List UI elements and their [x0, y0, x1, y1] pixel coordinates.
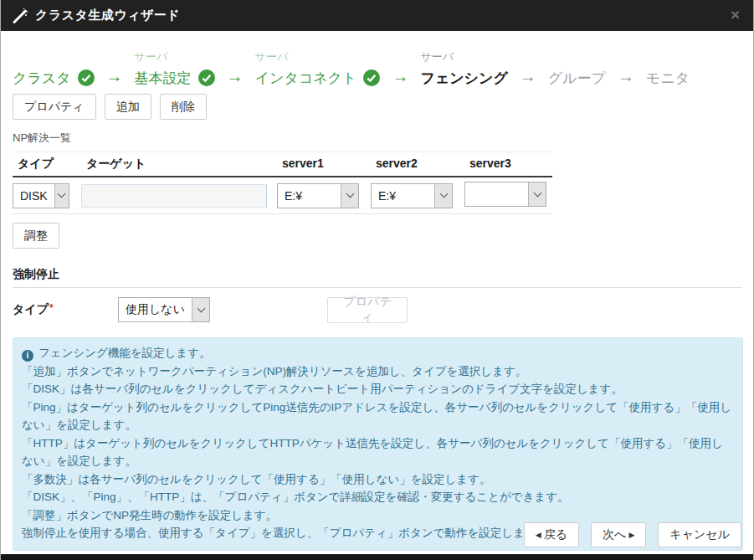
step-label: クラスタ: [13, 69, 71, 88]
step-monitor[interactable]: モニタ: [646, 49, 690, 90]
forced-stop-type-label: タイプ*: [13, 302, 118, 317]
step-arrow-icon: →: [227, 65, 244, 87]
step-label: グループ: [548, 69, 606, 88]
chevron-down-icon: [528, 182, 546, 206]
footer: ◀ 戻る 次へ ▶ キャンセル: [524, 522, 741, 547]
server2-select-value: E:¥: [372, 184, 434, 208]
col-header-target: ターゲット: [81, 152, 277, 176]
step-interconnect[interactable]: サーバ インタコネクト: [255, 49, 381, 90]
back-button-label: 戻る: [544, 527, 567, 542]
col-header-server2: server2: [371, 152, 464, 176]
server3-select-value: [465, 182, 528, 206]
step-fencing[interactable]: サーバ フェンシング: [420, 49, 507, 90]
type-select[interactable]: DISK: [13, 183, 69, 208]
forced-stop-type-select[interactable]: 使用しない: [118, 297, 210, 322]
np-table: タイプ ターゲット server1 server2 server3 DISK: [13, 152, 552, 214]
type-label-text: タイプ: [13, 302, 49, 316]
window-title: クラスタ生成ウィザード: [35, 8, 180, 23]
next-button-label: 次へ: [603, 527, 626, 542]
step-label: インタコネクト: [255, 69, 357, 88]
step-check-icon: [78, 69, 95, 86]
col-header-server3: server3: [464, 152, 552, 176]
chevron-down-icon: [54, 184, 69, 208]
chevron-down-icon: [341, 184, 358, 208]
close-icon[interactable]: ×: [731, 7, 740, 23]
next-button[interactable]: 次へ ▶: [591, 522, 646, 547]
step-check-icon: [363, 69, 380, 86]
info-line: 「調整」ボタンでNP発生時の動作を設定します。: [22, 506, 734, 525]
chevron-down-icon: [434, 184, 452, 208]
tune-button[interactable]: 調整: [13, 223, 59, 249]
chevron-down-icon: [192, 298, 209, 321]
step-sublabel: サーバ: [255, 49, 381, 66]
magic-wand-icon: [13, 8, 28, 23]
step-cluster[interactable]: クラスタ: [13, 49, 95, 90]
back-arrow-icon: ◀: [536, 532, 541, 539]
window-bottom-edge: [1, 554, 753, 560]
col-header-type: タイプ: [13, 152, 81, 176]
np-table-row: DISK E:¥ E:¥: [13, 177, 552, 214]
step-label: 基本設定: [135, 69, 192, 88]
target-input[interactable]: [81, 184, 267, 208]
required-mark: *: [49, 302, 54, 314]
server2-select[interactable]: E:¥: [371, 183, 453, 208]
step-basic-settings[interactable]: サーバ 基本設定: [135, 49, 215, 90]
step-label: フェンシング: [420, 69, 507, 88]
info-icon: i: [22, 350, 33, 362]
next-arrow-icon: ▶: [628, 532, 634, 539]
step-arrow-icon: →: [106, 65, 123, 87]
step-arrow-icon: →: [520, 65, 536, 87]
server3-select[interactable]: [464, 182, 546, 207]
server1-select-value: E:¥: [278, 184, 341, 208]
info-box: iフェンシング機能を設定します。 「追加」ボタンでネットワークパーティション(N…: [13, 337, 743, 551]
np-table-header: タイプ ターゲット server1 server2 server3: [13, 152, 552, 177]
info-line: 「Ping」はターゲット列のセルをクリックしてPing送信先のIPアドレスを設定…: [22, 398, 734, 434]
step-label: モニタ: [646, 69, 690, 88]
info-line: iフェンシング機能を設定します。: [22, 344, 734, 362]
cancel-button[interactable]: キャンセル: [658, 522, 741, 547]
info-line-text: フェンシング機能を設定します。: [38, 347, 211, 359]
section-divider: [13, 287, 741, 288]
col-header-server1: server1: [277, 152, 371, 176]
step-sublabel: サーバ: [135, 49, 215, 66]
step-sublabel: [548, 49, 606, 66]
content: クラスタ → サーバ 基本設定 →: [1, 41, 753, 551]
wizard-steps: クラスタ → サーバ 基本設定 →: [13, 41, 741, 90]
back-button[interactable]: ◀ 戻る: [524, 522, 579, 547]
step-sublabel: [646, 49, 690, 66]
info-line: 「HTTP」はターゲット列のセルをクリックしてHTTPパケット送信先を設定し、各…: [22, 434, 734, 470]
np-list-caption: NP解決一覧: [13, 131, 741, 146]
step-sublabel: [13, 49, 95, 66]
step-arrow-icon: →: [392, 65, 408, 87]
remove-button[interactable]: 削除: [160, 94, 207, 120]
forced-stop-type-row: タイプ* 使用しない プロパティ: [13, 295, 741, 324]
np-toolbar: プロパティ 追加 削除: [13, 94, 741, 120]
step-sublabel: サーバ: [420, 49, 507, 66]
forced-stop-property-button[interactable]: プロパティ: [327, 297, 408, 323]
type-select-value: DISK: [13, 184, 54, 208]
titlebar: クラスタ生成ウィザード ×: [1, 0, 753, 31]
forced-stop-type-value: 使用しない: [119, 298, 192, 321]
info-line: 「DISK」、「Ping」、「HTTP」は、「プロパティ」ボタンで詳細設定を確認…: [22, 488, 734, 506]
step-arrow-icon: →: [618, 65, 634, 87]
property-button[interactable]: プロパティ: [13, 94, 96, 120]
add-button[interactable]: 追加: [105, 94, 151, 120]
info-line: 「DISK」は各サーバ列のセルをクリックしてディスクハートビート用パーティション…: [22, 380, 734, 398]
cluster-wizard-dialog: クラスタ生成ウィザード × クラスタ → サーバ 基本設定: [0, 0, 754, 560]
forced-stop-section-title: 強制停止: [13, 267, 741, 282]
info-line: 「追加」ボタンでネットワークパーティション(NP)解決リソースを追加し、タイプを…: [22, 362, 734, 381]
info-line: 「多数決」は各サーバ列のセルをクリックして「使用する」「使用しない」を設定します…: [22, 470, 734, 489]
step-group[interactable]: グループ: [548, 49, 606, 90]
step-check-icon: [198, 69, 215, 86]
server1-select[interactable]: E:¥: [277, 183, 359, 208]
